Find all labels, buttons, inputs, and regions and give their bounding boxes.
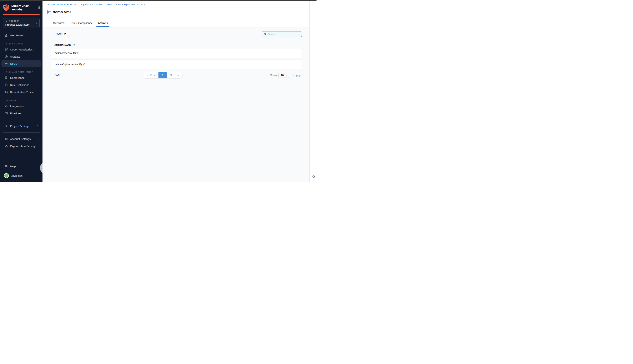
sidebar-footer: ? Help L Lavakush xyxy=(0,160,43,182)
pipeline-dag-icon xyxy=(47,10,51,14)
table-header: ACTION NAME xyxy=(54,44,302,46)
sidebar: Supply Chain Security PROJECT Product Ex… xyxy=(0,1,43,182)
pagination-row: 2 of 2 ← Prev 1 Next → Show 20 xyxy=(51,72,302,79)
infinity-icon xyxy=(5,62,8,66)
breadcrumb-organization-link[interactable]: Organization: default xyxy=(80,3,102,6)
brand-title: Supply Chain Security xyxy=(11,4,37,11)
action-name: actions/checkout@v3 xyxy=(55,52,79,54)
sidebar-item-cicd[interactable]: CI/CD xyxy=(2,60,41,67)
tab-actions[interactable]: Actions xyxy=(97,19,108,27)
user-name: Lavakush xyxy=(11,174,23,177)
cube-icon xyxy=(5,20,8,22)
sidebar-item-project-settings[interactable]: Project Settings xyxy=(2,122,41,130)
user-menu[interactable]: L Lavakush xyxy=(2,172,41,180)
action-row[interactable]: actions/upload-artifact@v3 xyxy=(51,60,302,69)
info-icon[interactable] xyxy=(36,137,39,140)
project-selector[interactable]: PROJECT Product Exploratory xyxy=(3,18,40,28)
total-count-label: Total: 2 xyxy=(55,32,66,36)
breadcrumb-account-link[interactable]: Account: Automation-SSCA xyxy=(47,3,76,6)
collapse-left-icon: ◀ xyxy=(41,167,42,169)
toolbar: Total: 2 xyxy=(51,31,302,37)
breadcrumb-separator: › xyxy=(78,3,78,6)
page-1-button[interactable]: 1 xyxy=(159,72,167,78)
page-header: Account: Automation-SSCA › Organization:… xyxy=(43,1,309,19)
integrations-icon xyxy=(5,104,8,108)
actions-content: Total: 2 ACTION NAME actions/checkout@v3… xyxy=(43,27,309,182)
chevron-down-icon xyxy=(286,74,288,76)
clipboard-check-icon xyxy=(5,83,8,87)
sidebar-item-compliance[interactable]: Compliance xyxy=(2,74,41,82)
main-area: Account: Automation-SSCA › Organization:… xyxy=(43,1,309,182)
breadcrumb: Account: Automation-SSCA › Organization:… xyxy=(47,3,309,6)
apps-grid-icon[interactable] xyxy=(37,6,40,9)
sidebar-item-pipelines[interactable]: Pipelines xyxy=(2,110,41,117)
search-box xyxy=(262,31,302,37)
next-page-button[interactable]: Next → xyxy=(167,72,182,78)
app-root: Supply Chain Security PROJECT Product Ex… xyxy=(0,1,316,182)
breadcrumb-project-link[interactable]: Project: Product Exploratory xyxy=(106,3,136,6)
chat-support-icon[interactable] xyxy=(311,174,315,179)
page-size-group: Show 20 per page xyxy=(270,72,302,78)
tab-risk-and-compliance[interactable]: Risk & Compliance xyxy=(69,19,93,27)
page-size-value: 20 xyxy=(281,74,284,77)
gear-icon xyxy=(5,124,8,128)
sidebar-item-remediation-tracker[interactable]: Remediation Tracker xyxy=(2,88,41,96)
sidebar-nav: Get Started SUPPLY CHAIN Code Repositori… xyxy=(0,28,43,160)
breadcrumb-separator: › xyxy=(103,3,104,6)
sidebar-item-account-settings[interactable]: Account Settings xyxy=(2,135,41,142)
right-gutter xyxy=(309,1,316,182)
code-repository-icon xyxy=(5,48,8,51)
avatar: L xyxy=(4,173,9,178)
search-input[interactable] xyxy=(262,31,302,37)
supply-chain-security-shield-logo xyxy=(3,4,10,11)
pagination: ← Prev 1 Next → xyxy=(143,72,182,78)
action-name: actions/upload-artifact@v3 xyxy=(55,63,85,66)
pipelines-icon xyxy=(5,112,8,115)
nav-section-manage: MANAGE xyxy=(6,99,40,102)
sort-caret-icon[interactable] xyxy=(73,44,75,46)
document-search-icon xyxy=(5,76,8,80)
per-page-label: per page xyxy=(292,74,302,77)
search-icon xyxy=(264,33,267,36)
project-selector-label: PROJECT xyxy=(5,20,37,22)
artifact-box-icon xyxy=(5,55,8,58)
brand-header: Supply Chain Security xyxy=(0,1,43,14)
home-icon xyxy=(5,34,8,37)
show-label: Show xyxy=(270,74,277,77)
help-button[interactable]: ? Help xyxy=(2,163,41,170)
project-name: Product Exploratory xyxy=(5,23,37,26)
chevron-right-icon xyxy=(35,22,38,24)
svg-text:?: ? xyxy=(6,165,7,166)
box-repair-icon xyxy=(5,90,8,94)
sidebar-item-artifacts[interactable]: Artifacts xyxy=(2,53,41,60)
breadcrumb-separator: › xyxy=(137,3,138,6)
nav-section-risk-and-compliance: RISK AND COMPLIANCE xyxy=(6,71,40,73)
org-chart-gear-icon xyxy=(5,144,8,148)
help-chat-icon: ? xyxy=(5,164,8,168)
action-row[interactable]: actions/checkout@v3 xyxy=(51,48,302,58)
prev-page-button[interactable]: ← Prev xyxy=(143,72,158,78)
info-icon[interactable] xyxy=(38,144,41,148)
brand-accent-underline xyxy=(3,14,40,15)
breadcrumb-cicd-link[interactable]: CI/CD xyxy=(140,3,146,6)
sidebar-item-integrations[interactable]: Integrations xyxy=(2,102,41,110)
page-title: demo.yml xyxy=(53,10,71,14)
sidebar-item-get-started[interactable]: Get Started xyxy=(2,32,41,39)
page-summary: 2 of 2 xyxy=(54,74,61,77)
page-size-select[interactable]: 20 xyxy=(278,72,290,78)
column-action-name[interactable]: ACTION NAME xyxy=(54,44,71,46)
layers-gear-icon xyxy=(5,137,8,141)
page-title-row: demo.yml xyxy=(47,7,309,17)
tab-overview[interactable]: Overview xyxy=(52,19,65,27)
tab-bar: Overview Risk & Compliance Actions xyxy=(43,19,309,27)
arrow-left-icon: ← xyxy=(146,74,149,77)
chevron-right-icon xyxy=(36,124,39,128)
sidebar-item-code-repositories[interactable]: Code Repositories xyxy=(2,46,41,53)
arrow-right-icon: → xyxy=(176,74,179,77)
nav-section-supply-chain: SUPPLY CHAIN xyxy=(6,42,40,45)
sidebar-item-organization-settings[interactable]: Organization Settings xyxy=(2,142,41,150)
sidebar-item-rule-definitions[interactable]: Rule Definitions xyxy=(2,82,41,88)
